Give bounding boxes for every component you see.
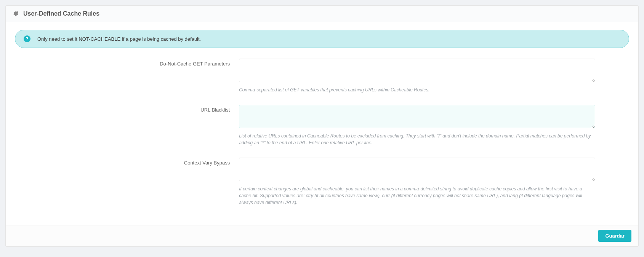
label-dnc-params: Do-Not-Cache GET Parameters (15, 59, 230, 93)
panel-body: ? Only need to set it NOT-CACHEABLE if a… (6, 22, 638, 225)
help-icon: ? (24, 35, 30, 42)
info-banner: ? Only need to set it NOT-CACHEABLE if a… (15, 30, 629, 48)
help-url-blacklist: List of relative URLs contained in Cache… (239, 132, 595, 146)
help-dnc-params: Comma-separated list of GET variables th… (239, 86, 595, 93)
panel-footer: Guardar (6, 225, 638, 246)
label-context-vary: Context Vary Bypass (15, 158, 230, 206)
form-row-context-vary: Context Vary Bypass If certain context c… (15, 158, 629, 206)
panel-header: User-Defined Cache Rules (6, 6, 638, 22)
label-url-blacklist: URL Blacklist (15, 105, 230, 146)
svg-point-0 (17, 11, 18, 13)
save-button[interactable]: Guardar (598, 230, 631, 242)
panel-title: User-Defined Cache Rules (23, 10, 99, 17)
gears-icon (12, 10, 19, 17)
help-context-vary: If certain context changes are global an… (239, 185, 595, 206)
form-row-url-blacklist: URL Blacklist List of relative URLs cont… (15, 105, 629, 146)
input-url-blacklist[interactable] (239, 105, 595, 128)
input-context-vary[interactable] (239, 158, 595, 181)
cache-rules-panel: User-Defined Cache Rules ? Only need to … (5, 5, 639, 247)
form-row-dnc-params: Do-Not-Cache GET Parameters Comma-separa… (15, 59, 629, 93)
banner-text: Only need to set it NOT-CACHEABLE if a p… (37, 36, 201, 42)
input-dnc-params[interactable] (239, 59, 595, 82)
